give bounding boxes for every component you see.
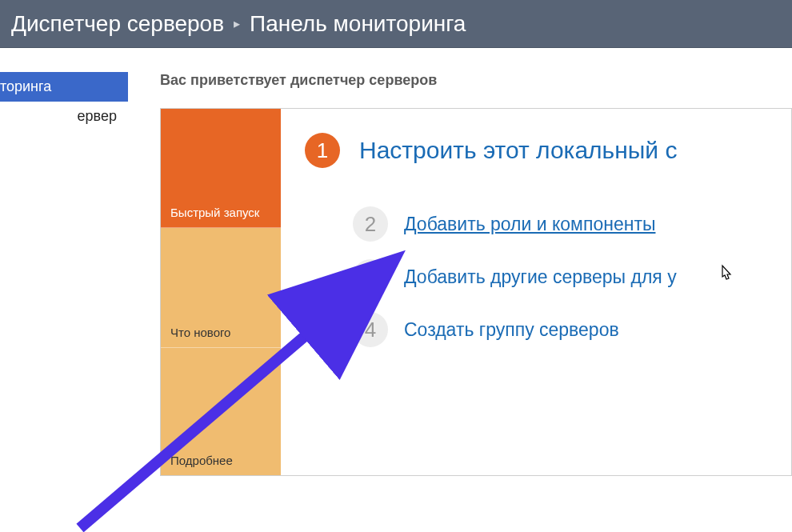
tile-label: Подробнее	[170, 454, 233, 467]
step-number-badge: 4	[353, 312, 388, 347]
step-text: Добавить другие серверы для у	[404, 266, 677, 288]
step-number-badge: 2	[353, 206, 388, 242]
step-number-badge: 3	[353, 259, 388, 294]
tile-label: Быстрый запуск	[170, 206, 259, 219]
tile-quickstart[interactable]: Быстрый запуск	[161, 109, 281, 228]
tile-label: Что нового	[170, 326, 230, 339]
sidebar: торинга ервер	[0, 48, 128, 532]
sidebar-item-label: торинга	[0, 78, 51, 94]
welcome-title: Вас приветствует диспетчер серверов	[160, 72, 792, 89]
left-tiles: Быстрый запуск Что нового Подробнее	[161, 109, 281, 475]
steps-panel: 1 Настроить этот локальный с 2 Добавить …	[281, 109, 791, 475]
tile-learnmore[interactable]: Подробнее	[161, 348, 281, 475]
step-number-badge: 1	[305, 133, 340, 168]
header: Диспетчер серверов ▸ Панель мониторинга	[0, 0, 792, 48]
step-add-servers[interactable]: 3 Добавить другие серверы для у	[353, 259, 791, 294]
step-add-roles[interactable]: 2 Добавить роли и компоненты	[353, 206, 791, 242]
step-create-group[interactable]: 4 Создать группу серверов	[353, 312, 791, 347]
breadcrumb-root[interactable]: Диспетчер серверов	[11, 11, 224, 37]
step-text-link[interactable]: Добавить роли и компоненты	[404, 214, 655, 235]
breadcrumb: Диспетчер серверов ▸ Панель мониторинга	[11, 11, 466, 37]
step-text: Создать группу серверов	[404, 319, 619, 341]
breadcrumb-separator-icon: ▸	[234, 16, 240, 31]
breadcrumb-current: Панель мониторинга	[250, 11, 466, 37]
tile-whatsnew[interactable]: Что нового	[161, 228, 281, 347]
sidebar-item-label: ервер	[78, 108, 117, 124]
tiles-container: Быстрый запуск Что нового Подробнее 1 На…	[160, 108, 792, 476]
layout: торинга ервер Вас приветствует диспетчер…	[0, 48, 792, 532]
step-configure[interactable]: 1 Настроить этот локальный с	[305, 133, 791, 168]
sidebar-item-dashboard[interactable]: торинга	[0, 72, 128, 102]
main: Вас приветствует диспетчер серверов Быст…	[128, 48, 792, 532]
sidebar-item-server[interactable]: ервер	[0, 102, 128, 131]
step-text: Настроить этот локальный с	[359, 137, 677, 164]
